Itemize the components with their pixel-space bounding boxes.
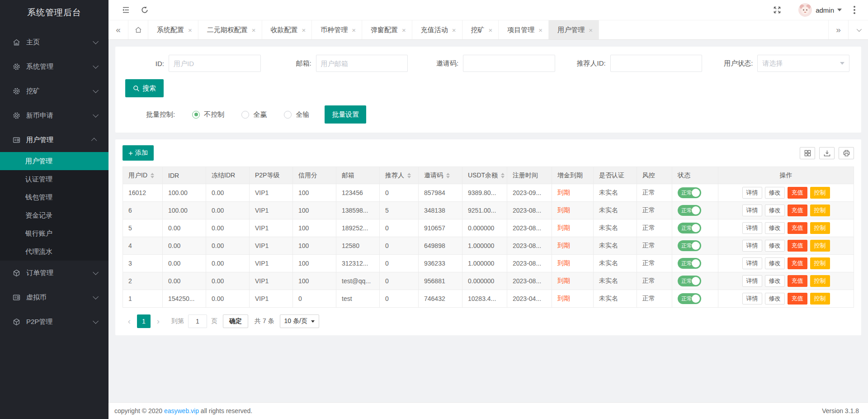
sidebar-subitem-auth-mgmt[interactable]: 认证管理: [0, 170, 108, 188]
recharge-button[interactable]: 充值: [788, 293, 807, 305]
recharge-button[interactable]: 充值: [788, 257, 807, 269]
print-icon[interactable]: [839, 147, 854, 159]
recharge-button[interactable]: 充值: [788, 240, 807, 252]
recharge-button[interactable]: 充值: [788, 205, 807, 216]
status-toggle[interactable]: 正常: [678, 205, 701, 216]
page-size-select[interactable]: 10 条/页: [280, 314, 319, 328]
goto-confirm-button[interactable]: 确定: [223, 314, 248, 328]
invite-code-input[interactable]: [463, 55, 555, 71]
sidebar-item-user-mgmt[interactable]: 用户管理: [0, 128, 108, 152]
column-header[interactable]: USDT余额: [462, 167, 507, 184]
sidebar-subitem-user-mgmt[interactable]: 用户管理: [0, 152, 108, 170]
sort-icon[interactable]: [407, 173, 411, 178]
recharge-button[interactable]: 充值: [788, 275, 807, 287]
control-button[interactable]: 控制: [810, 275, 830, 287]
tabs-scroll-right-icon[interactable]: »: [828, 20, 848, 39]
refresh-icon[interactable]: [137, 2, 152, 18]
tabs-dropdown-icon[interactable]: [848, 20, 868, 39]
search-button[interactable]: 搜索: [125, 79, 164, 97]
columns-filter-icon[interactable]: [800, 147, 815, 159]
edit-button[interactable]: 修改: [765, 205, 785, 216]
detail-button[interactable]: 详情: [742, 257, 762, 269]
close-tab-icon[interactable]: ×: [188, 27, 192, 33]
user-status-select[interactable]: 请选择: [757, 55, 849, 72]
home-tab[interactable]: [128, 20, 148, 39]
prev-page-icon[interactable]: ‹: [123, 314, 136, 328]
user-avatar[interactable]: [798, 3, 812, 17]
collapse-menu-icon[interactable]: [118, 2, 133, 18]
control-button[interactable]: 控制: [810, 205, 830, 216]
tab-system-config[interactable]: 系统配置×: [148, 20, 198, 39]
tab-user-mgmt[interactable]: 用户管理×: [549, 20, 599, 39]
control-button[interactable]: 控制: [810, 257, 830, 269]
batch-radio-no-control[interactable]: 不控制: [192, 110, 224, 119]
close-tab-icon[interactable]: ×: [538, 27, 542, 33]
edit-button[interactable]: 修改: [765, 240, 785, 252]
batch-radio-all-lose[interactable]: 全输: [284, 110, 309, 119]
next-page-icon[interactable]: ›: [151, 314, 165, 328]
fullscreen-icon[interactable]: [769, 2, 785, 18]
edit-button[interactable]: 修改: [765, 257, 785, 269]
control-button[interactable]: 控制: [810, 187, 830, 199]
tab-mining[interactable]: 挖矿×: [462, 20, 499, 39]
detail-button[interactable]: 详情: [742, 205, 762, 216]
sort-icon[interactable]: [151, 173, 154, 178]
status-toggle[interactable]: 正常: [678, 187, 701, 198]
status-toggle[interactable]: 正常: [678, 276, 701, 286]
id-input[interactable]: [169, 55, 260, 71]
detail-button[interactable]: 详情: [742, 293, 762, 305]
recharge-button[interactable]: 充值: [788, 187, 807, 199]
sidebar-item-virtual-coin[interactable]: 虚拟币: [0, 285, 108, 309]
sidebar-subitem-wallet-mgmt[interactable]: 钱包管理: [0, 188, 108, 206]
tab-coin-mgmt[interactable]: 币种管理×: [312, 20, 362, 39]
close-tab-icon[interactable]: ×: [452, 27, 456, 33]
batch-radio-all-win[interactable]: 全赢: [241, 110, 267, 119]
control-button[interactable]: 控制: [810, 293, 830, 305]
column-header[interactable]: 用户ID: [123, 167, 163, 184]
status-toggle[interactable]: 正常: [678, 223, 701, 233]
page-number-input[interactable]: [188, 314, 207, 328]
sidebar-item-new-coin[interactable]: 新币申请: [0, 103, 108, 128]
close-tab-icon[interactable]: ×: [302, 27, 306, 33]
sidebar-item-home[interactable]: 主页: [0, 30, 108, 54]
close-tab-icon[interactable]: ×: [352, 27, 356, 33]
email-input[interactable]: [316, 55, 408, 71]
close-tab-icon[interactable]: ×: [402, 27, 406, 33]
sort-icon[interactable]: [501, 173, 505, 178]
tab-popup-config[interactable]: 弹窗配置×: [362, 20, 412, 39]
current-page-button[interactable]: 1: [137, 314, 151, 328]
more-menu-icon[interactable]: [854, 9, 855, 11]
sidebar-subitem-agent-flow[interactable]: 代理流水: [0, 243, 108, 261]
referrer-id-input[interactable]: [611, 55, 702, 71]
username[interactable]: admin: [816, 6, 834, 14]
edit-button[interactable]: 修改: [765, 293, 785, 305]
sidebar-item-p2p-mgmt[interactable]: P2P管理: [0, 309, 108, 334]
detail-button[interactable]: 详情: [742, 240, 762, 252]
copyright-link[interactable]: easyweb.vip: [164, 407, 199, 414]
recharge-button[interactable]: 充值: [788, 222, 807, 234]
tab-recharge-activity[interactable]: 充值活动×: [412, 20, 462, 39]
column-header[interactable]: 推荐人: [380, 167, 419, 184]
column-header[interactable]: 邀请码: [419, 167, 462, 184]
sidebar-item-system[interactable]: 系统管理: [0, 54, 108, 79]
status-toggle[interactable]: 正常: [678, 293, 701, 304]
edit-button[interactable]: 修改: [765, 222, 785, 234]
tab-project-mgmt[interactable]: 项目管理×: [499, 20, 549, 39]
close-tab-icon[interactable]: ×: [489, 27, 493, 33]
sidebar-subitem-fund-records[interactable]: 资金记录: [0, 206, 108, 224]
edit-button[interactable]: 修改: [765, 187, 785, 199]
edit-button[interactable]: 修改: [765, 275, 785, 287]
detail-button[interactable]: 详情: [742, 222, 762, 234]
tab-binary-option-config[interactable]: 二元期权配置×: [198, 20, 262, 39]
tabs-scroll-left-icon[interactable]: «: [108, 20, 128, 39]
control-button[interactable]: 控制: [810, 240, 830, 252]
batch-set-button[interactable]: 批量设置: [325, 105, 366, 124]
detail-button[interactable]: 详情: [742, 187, 762, 199]
close-tab-icon[interactable]: ×: [589, 27, 593, 33]
sidebar-subitem-bank-account[interactable]: 银行账户: [0, 224, 108, 243]
status-toggle[interactable]: 正常: [678, 258, 701, 269]
add-button[interactable]: + 添加: [123, 145, 154, 161]
detail-button[interactable]: 详情: [742, 275, 762, 287]
tab-collection-config[interactable]: 收款配置×: [262, 20, 312, 39]
status-toggle[interactable]: 正常: [678, 240, 701, 251]
